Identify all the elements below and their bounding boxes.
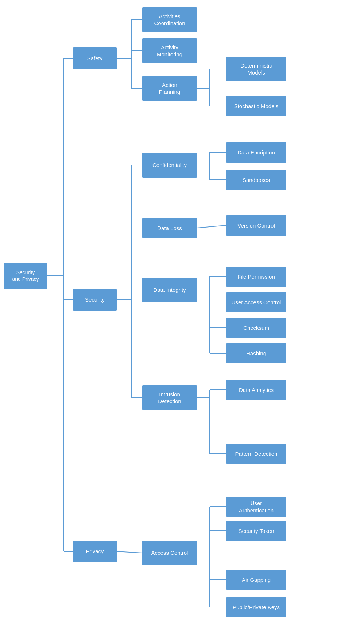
node-file-perm: File Permission bbox=[226, 267, 286, 287]
diagram: Securityand Privacy Safety Security Priv… bbox=[0, 0, 364, 626]
node-safety: Safety bbox=[73, 47, 117, 69]
node-stochastic: Stochastic Models bbox=[226, 96, 286, 116]
node-hashing: Hashing bbox=[226, 343, 286, 363]
node-root: Securityand Privacy bbox=[4, 263, 47, 289]
node-air-gap: Air Gapping bbox=[226, 570, 286, 590]
node-sandboxes: Sandboxes bbox=[226, 170, 286, 190]
node-sec-token: Security Token bbox=[226, 521, 286, 541]
node-activity-mon: ActivityMonitoring bbox=[142, 38, 197, 63]
svg-line-35 bbox=[117, 551, 142, 553]
node-user-auth: UserAuthentication bbox=[226, 497, 286, 517]
node-data-analytics: Data Analytics bbox=[226, 380, 286, 400]
node-data-enc: Data Encription bbox=[226, 142, 286, 163]
node-pub-priv: Public/Private Keys bbox=[226, 597, 286, 617]
svg-line-24 bbox=[197, 225, 226, 228]
node-checksum: Checksum bbox=[226, 318, 286, 338]
node-deterministic: DeterministicModels bbox=[226, 57, 286, 81]
node-confidentiality: Confidentiality bbox=[142, 153, 197, 178]
node-pattern-det: Pattern Detection bbox=[226, 444, 286, 464]
node-data-loss: Data Loss bbox=[142, 218, 197, 238]
node-data-integrity: Data Integrity bbox=[142, 278, 197, 302]
node-user-access: User Access Control bbox=[226, 292, 286, 312]
node-privacy: Privacy bbox=[73, 541, 117, 562]
node-access-ctrl: Access Control bbox=[142, 541, 197, 565]
node-security: Security bbox=[73, 289, 117, 311]
node-version-ctrl: Version Control bbox=[226, 215, 286, 236]
node-activities: ActivitiesCoordination bbox=[142, 7, 197, 32]
node-action-plan: ActionPlanning bbox=[142, 76, 197, 101]
node-intrusion: IntrusionDetection bbox=[142, 385, 197, 410]
